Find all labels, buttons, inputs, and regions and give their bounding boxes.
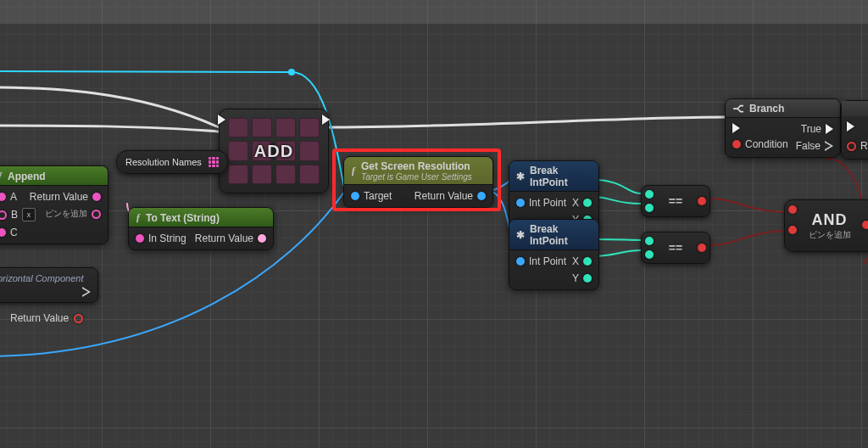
eq2-out-pin[interactable]	[698, 244, 706, 252]
eq1-out-pin[interactable]	[698, 197, 706, 205]
screenres-target-label: Target	[364, 190, 392, 202]
to-text-out-label: Return Value	[195, 232, 253, 244]
to-text-in-pin[interactable]	[136, 234, 144, 243]
append-title: Append	[8, 171, 46, 182]
return-value-row: Return Value	[10, 312, 83, 324]
break1-x-label: X	[572, 197, 579, 209]
equals-node-2[interactable]: ==	[641, 232, 710, 264]
pin-c-label: C	[10, 227, 18, 238]
add-macro-node[interactable]: ADD	[219, 109, 329, 193]
break2-title: Break IntPoint	[530, 223, 592, 247]
branch-true-label: True	[801, 123, 821, 135]
and-node[interactable]: AND ピンを追加	[784, 199, 868, 252]
branch-condition-pin[interactable]	[732, 140, 741, 148]
variable-resolution-names[interactable]: Resolution Names	[116, 150, 228, 174]
branch-false-label: False	[796, 140, 821, 152]
pin-b-default[interactable]: x	[22, 208, 36, 221]
to-text-title: To Text (String)	[146, 212, 220, 224]
break2-y-pin[interactable]	[583, 274, 592, 283]
function-icon: ƒ	[0, 170, 3, 182]
get-screen-resolution-node[interactable]: ƒ Get Screen Resolution Target is Game U…	[343, 156, 493, 208]
add-macro-grid-icon	[225, 115, 323, 188]
to-text-in-label: In String	[148, 232, 186, 244]
edge-exec-in[interactable]	[847, 121, 854, 132]
variable-label: Resolution Names	[125, 157, 202, 167]
eq2-label: ==	[669, 241, 682, 255]
break1-header: ✱ Break IntPoint	[509, 161, 598, 192]
screenres-return-label: Return Value	[415, 190, 473, 202]
break2-y-label: Y	[572, 272, 579, 284]
edge-label: Re	[860, 140, 868, 152]
to-text-node[interactable]: ƒ To Text (String) In String Return Valu…	[128, 207, 274, 250]
break1-x-pin[interactable]	[583, 199, 592, 207]
eq1-label: ==	[669, 194, 682, 208]
exec-out-pin[interactable]	[322, 115, 330, 125]
break2-in-label: Int Point	[529, 255, 566, 267]
eq1-a-pin[interactable]	[645, 190, 654, 199]
to-text-header: ƒ To Text (String)	[129, 208, 273, 227]
svg-point-0	[288, 69, 295, 76]
horizontal-component-node[interactable]: orizontal Component	[0, 267, 98, 303]
pin-b[interactable]	[0, 210, 7, 220]
pin-c[interactable]	[0, 228, 6, 237]
pin-a[interactable]	[0, 193, 6, 201]
equals-node-1[interactable]: ==	[641, 185, 710, 217]
branch-exec-in[interactable]	[732, 123, 740, 133]
pin-a-label: A	[10, 191, 17, 203]
exec-in-pin[interactable]	[218, 115, 225, 125]
branch-condition-label: Condition	[745, 138, 788, 150]
branch-header: Branch	[726, 99, 840, 118]
partial-node-right[interactable]: Re	[841, 100, 868, 160]
screenres-return-pin[interactable]	[477, 192, 486, 200]
append-return-label: Return Value	[30, 191, 88, 203]
break1-title: Break IntPoint	[530, 165, 592, 188]
break1-in-pin[interactable]	[516, 199, 525, 207]
append-header: ƒ Append	[0, 166, 108, 186]
branch-node[interactable]: Branch Condition True False	[725, 98, 841, 158]
and-add-pin-label[interactable]: ピンを追加	[809, 229, 851, 241]
top-toolbar-strip	[0, 0, 868, 24]
exec-out-pin[interactable]	[82, 287, 91, 297]
function-icon: ƒ	[351, 165, 356, 177]
function-icon: ƒ	[136, 211, 141, 224]
and-a-pin[interactable]	[788, 205, 797, 214]
append-node[interactable]: ƒ Append A Bx C Return Value ピンを追加	[0, 165, 108, 244]
return-value-label: Return Value	[10, 312, 69, 324]
break2-x-label: X	[572, 255, 579, 267]
eq2-a-pin[interactable]	[645, 237, 654, 245]
append-return-pin[interactable]	[92, 193, 101, 201]
append-add-pin-label[interactable]: ピンを追加	[45, 208, 87, 220]
screenres-title: Get Screen Resolution	[361, 160, 470, 172]
horizontal-component-label: orizontal Component	[0, 273, 84, 283]
branch-false-pin[interactable]	[825, 141, 833, 151]
eq2-b-pin[interactable]	[645, 250, 654, 259]
break2-x-pin[interactable]	[583, 257, 592, 266]
break1-in-label: Int Point	[529, 197, 566, 209]
append-add-pin[interactable]	[92, 210, 101, 219]
and-out-pin[interactable]	[862, 221, 868, 229]
branch-title: Branch	[749, 103, 784, 115]
break2-in-pin[interactable]	[516, 257, 525, 266]
break-icon: ✱	[516, 229, 525, 241]
pin-b-label: B	[11, 209, 18, 221]
and-b-pin[interactable]	[788, 226, 797, 234]
branch-true-pin[interactable]	[826, 124, 833, 134]
edge-bool-pin[interactable]	[847, 142, 856, 151]
to-text-out-pin[interactable]	[258, 234, 266, 243]
break-icon: ✱	[516, 171, 525, 182]
screenres-target-pin[interactable]	[351, 192, 359, 200]
screenres-header: ƒ Get Screen Resolution Target is Game U…	[344, 157, 492, 185]
branch-icon	[732, 103, 744, 115]
screenres-subtitle: Target is Game User Settings	[361, 172, 472, 182]
array-icon	[209, 157, 219, 167]
return-value-pin[interactable]	[74, 314, 83, 323]
break2-header: ✱ Break IntPoint	[509, 220, 598, 250]
break-intpoint-node-2[interactable]: ✱ Break IntPoint Int Point X Y	[509, 219, 599, 290]
eq1-b-pin[interactable]	[645, 204, 654, 212]
and-label: AND	[812, 211, 848, 229]
